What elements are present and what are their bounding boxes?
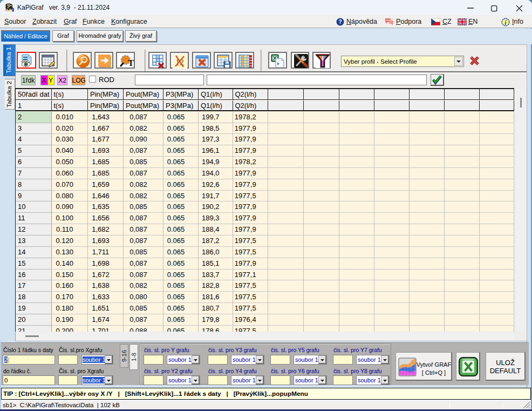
svg-text:T: T	[128, 58, 134, 68]
svg-text:?: ?	[338, 19, 342, 25]
